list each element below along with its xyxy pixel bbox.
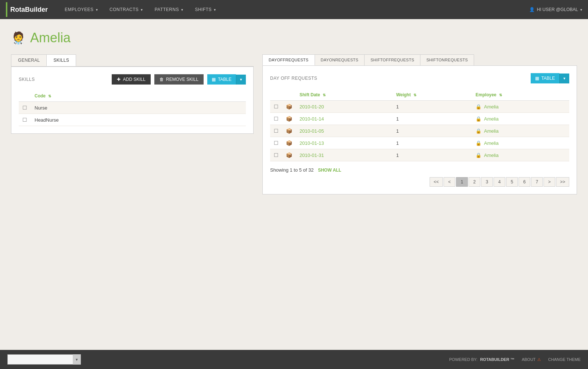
- req-col-date: Shift Date ⇅: [296, 89, 392, 101]
- requests-table-button: ▦ TABLE ▾: [531, 73, 569, 83]
- employee-link[interactable]: Amelia: [484, 104, 499, 110]
- employee-avatar-icon: 🧑‍⚕️: [11, 31, 26, 45]
- tab-general[interactable]: GENERAL: [11, 54, 47, 66]
- req-col-icon1: [270, 89, 282, 101]
- requests-table-main-button[interactable]: ▦ TABLE: [531, 73, 559, 83]
- row-icon1: ☐: [270, 125, 282, 137]
- skills-table: Code ⇅ ☐ Nurse ☐ HeadNurse: [19, 90, 246, 126]
- footer-select-wrap: ▾: [7, 354, 81, 365]
- row-weight: 1: [392, 125, 472, 137]
- cube-icon: ☐: [22, 117, 27, 123]
- page-button[interactable]: 5: [506, 177, 518, 187]
- employee-link[interactable]: Amelia: [484, 153, 499, 158]
- page-button[interactable]: >: [544, 177, 555, 187]
- pagination-info: Showing 1 to 5 of 32 SHOW ALL: [270, 167, 569, 173]
- row-weight: 1: [392, 137, 472, 149]
- package-icon: 📦: [286, 128, 292, 134]
- package-icon: 📦: [286, 116, 292, 122]
- package-icon: 📦: [286, 140, 292, 146]
- row-icon2: 📦: [282, 125, 296, 137]
- user-menu[interactable]: 👤 HI USER @GLOBAL ▾: [529, 7, 582, 12]
- employee-sort-icon[interactable]: ⇅: [499, 93, 502, 97]
- table-icon: ▦: [212, 77, 216, 82]
- shifts-dropdown-icon: ▾: [214, 8, 216, 12]
- col-icon: [19, 90, 31, 102]
- minus-icon: 🗑: [159, 77, 164, 82]
- right-panel: DAYOFFREQUESTS DAYONREQUESTS SHIFTOFFREQ…: [262, 54, 577, 194]
- page-button[interactable]: 2: [469, 177, 480, 187]
- table-dropdown-button[interactable]: ▾: [236, 75, 246, 85]
- cube-icon: ☐: [274, 140, 279, 146]
- contracts-dropdown-icon: ▾: [141, 8, 143, 12]
- tab-shifton-requests[interactable]: SHIFTONREQUESTS: [420, 54, 474, 65]
- row-date: 2010-01-31: [296, 149, 392, 161]
- nav-shifts[interactable]: SHIFTS ▾: [189, 0, 222, 19]
- table-main-button[interactable]: ▦ TABLE: [207, 74, 236, 85]
- footer-left: ▾: [7, 354, 81, 365]
- date-link[interactable]: 2010-01-05: [300, 128, 324, 134]
- tab-dayon-requests[interactable]: DAYONREQUESTS: [315, 54, 365, 65]
- row-weight: 1: [392, 113, 472, 125]
- user-dropdown-icon: ▾: [580, 8, 582, 12]
- nav-contracts[interactable]: CONTRACTS ▾: [104, 0, 149, 19]
- cube-icon: ☐: [274, 152, 279, 158]
- page-button[interactable]: 7: [531, 177, 543, 187]
- date-link[interactable]: 2010-01-14: [300, 116, 324, 122]
- page-button[interactable]: >>: [556, 177, 569, 187]
- row-code: HeadNurse: [31, 114, 246, 126]
- table-row: ☐ Nurse: [19, 102, 246, 114]
- change-theme-link[interactable]: CHANGE THEME: [548, 357, 581, 362]
- row-icon2: 📦: [282, 149, 296, 161]
- requests-table-dropdown-button[interactable]: ▾: [559, 74, 569, 83]
- page-title-row: 🧑‍⚕️ Amelia: [11, 30, 577, 46]
- page-button[interactable]: 4: [494, 177, 505, 187]
- skills-section-label: SKILLS: [19, 77, 108, 82]
- employee-link[interactable]: Amelia: [484, 116, 499, 122]
- tab-dayoff-requests[interactable]: DAYOFFREQUESTS: [262, 54, 315, 65]
- date-link[interactable]: 2010-01-20: [300, 104, 324, 110]
- page-button[interactable]: 1: [456, 177, 468, 187]
- employee-link[interactable]: Amelia: [484, 128, 499, 134]
- remove-skill-button[interactable]: 🗑 REMOVE SKILL: [154, 74, 204, 85]
- table-row: ☐ 📦 2010-01-05 1 🔒 Amelia: [270, 125, 569, 137]
- cube-icon: ☐: [274, 116, 279, 122]
- dayoff-requests-card: DAY OFF REQUESTS ▦ TABLE ▾: [262, 66, 577, 194]
- employee-user-icon: 🔒: [476, 153, 481, 158]
- patterns-dropdown-icon: ▾: [181, 8, 183, 12]
- row-icon-cell: ☐: [19, 114, 31, 126]
- tab-skills[interactable]: SKILLS: [46, 54, 76, 66]
- nav-patterns[interactable]: PATTERNS ▾: [149, 0, 189, 19]
- employee-link[interactable]: Amelia: [484, 140, 499, 146]
- table-row: ☐ HeadNurse: [19, 114, 246, 126]
- req-col-weight: Weight ⇅: [392, 89, 472, 101]
- weight-sort-icon[interactable]: ⇅: [413, 93, 416, 97]
- main-content: 🧑‍⚕️ Amelia GENERAL SKILLS SKILLS ✚ ADD …: [0, 19, 588, 350]
- row-weight: 1: [392, 101, 472, 113]
- req-table-icon: ▦: [535, 76, 539, 81]
- page-button[interactable]: <: [444, 177, 455, 187]
- cube-icon: ☐: [274, 128, 279, 134]
- brand-logo: RotaBuilder: [10, 6, 48, 14]
- date-link[interactable]: 2010-01-31: [300, 153, 324, 158]
- row-icon2: 📦: [282, 113, 296, 125]
- add-skill-button[interactable]: ✚ ADD SKILL: [112, 74, 150, 85]
- package-icon: 📦: [286, 152, 292, 158]
- package-icon: 📦: [286, 104, 292, 110]
- footer-select[interactable]: [7, 354, 81, 365]
- row-weight: 1: [392, 149, 472, 161]
- left-tab-bar: GENERAL SKILLS: [11, 54, 254, 67]
- page-button[interactable]: 6: [519, 177, 530, 187]
- code-sort-icon[interactable]: ⇅: [48, 94, 51, 98]
- page-button[interactable]: <<: [430, 177, 443, 187]
- nav-employees[interactable]: EMPLOYEES ▾: [59, 0, 104, 19]
- date-sort-icon[interactable]: ⇅: [323, 93, 326, 97]
- pagination-controls: <<<1234567>>>: [270, 177, 569, 187]
- about-warning-icon: ⚠: [537, 357, 541, 362]
- about-link[interactable]: ABOUT ⚠: [522, 357, 541, 362]
- date-link[interactable]: 2010-01-13: [300, 140, 324, 146]
- table-row: ☐ 📦 2010-01-31 1 🔒 Amelia: [270, 149, 569, 161]
- tab-shiftoff-requests[interactable]: SHIFTOFFREQUESTS: [364, 54, 420, 65]
- skills-card: SKILLS ✚ ADD SKILL 🗑 REMOVE SKILL ▦ TABL…: [11, 67, 254, 134]
- page-button[interactable]: 3: [481, 177, 493, 187]
- show-all-link[interactable]: SHOW ALL: [318, 168, 341, 173]
